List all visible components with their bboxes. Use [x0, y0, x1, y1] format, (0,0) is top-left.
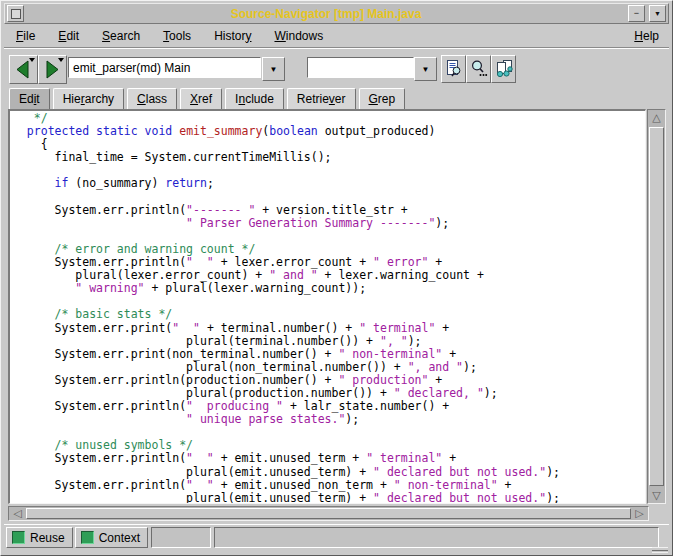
- title-bar[interactable]: Source-Navigator [tmp] Main.java − ▼: [4, 3, 669, 24]
- reuse-toggle-label: Reuse: [30, 531, 65, 545]
- scroll-right-icon[interactable]: ▷: [631, 506, 648, 521]
- vertical-scrollbar-thumb[interactable]: [649, 127, 664, 486]
- tab-hierarchy[interactable]: Hierarchy: [53, 88, 124, 109]
- back-dropdown-icon: [29, 58, 35, 62]
- project-files-icon: [494, 59, 514, 79]
- find-symbol-button[interactable]: [441, 55, 466, 83]
- context-toggle-button[interactable]: Context: [75, 527, 148, 548]
- code-editor[interactable]: */ protected static void emit_summary(bo…: [8, 109, 646, 504]
- code-line: " warning" + plural(lexer.warning_count)…: [13, 282, 645, 295]
- minimize-button[interactable]: −: [628, 5, 645, 22]
- vertical-scrollbar[interactable]: △ ▽: [647, 109, 666, 504]
- window-menu-button[interactable]: [7, 5, 24, 22]
- symbol-combo-input[interactable]: emit_parser(md) Main: [68, 57, 261, 78]
- code-line: if (no_summary) return;: [13, 177, 645, 190]
- menu-help[interactable]: Help: [634, 29, 669, 43]
- forward-dropdown-icon: [58, 58, 64, 62]
- toolbar: emit_parser(md) Main ▼ ▼: [4, 48, 669, 88]
- reuse-indicator-icon: [12, 531, 25, 544]
- chevron-down-icon: ▼: [270, 65, 278, 74]
- grep-button[interactable]: [466, 55, 491, 83]
- chevron-down-icon: ▼: [422, 65, 430, 74]
- scroll-left-icon[interactable]: ◁: [9, 506, 26, 521]
- horizontal-scrollbar[interactable]: ◁ ▷: [8, 506, 649, 521]
- context-toggle-label: Context: [99, 531, 140, 545]
- find-symbol-icon: [444, 59, 463, 79]
- code-line: final_time = System.currentTimeMillis();: [13, 151, 645, 164]
- search-combo-dropdown-button[interactable]: ▼: [414, 57, 437, 81]
- scroll-up-icon[interactable]: △: [648, 110, 665, 125]
- tab-include[interactable]: Include: [225, 88, 284, 109]
- view-tabs: EditHierarchyClassXrefIncludeRetrieverGr…: [4, 87, 669, 109]
- tab-grep[interactable]: Grep: [359, 88, 406, 109]
- reuse-toggle-button[interactable]: Reuse: [6, 527, 73, 548]
- scroll-down-icon[interactable]: ▽: [648, 488, 665, 503]
- shade-icon: ▼: [654, 9, 661, 18]
- menu-bar: FileEditSearchToolsHistoryWindows Help: [4, 24, 669, 48]
- search-combo-input[interactable]: [307, 57, 414, 78]
- project-files-button[interactable]: [491, 55, 516, 83]
- code-line: plural(emit.unused_term) + " declared bu…: [13, 492, 645, 504]
- code-line: " Parser Generation Summary -------");: [13, 217, 645, 230]
- menu-tools[interactable]: Tools: [163, 29, 191, 43]
- symbol-combo-value: emit_parser(md) Main: [73, 61, 190, 75]
- maximize-button[interactable]: ▼: [649, 5, 666, 22]
- source-navigator-window: Source-Navigator [tmp] Main.java − ▼ Fil…: [0, 0, 673, 556]
- forward-icon: [42, 59, 62, 79]
- menu-file[interactable]: File: [16, 29, 35, 43]
- code-line: " unique parse states.");: [13, 413, 645, 426]
- menu-history[interactable]: History: [214, 29, 251, 43]
- menu-edit[interactable]: Edit: [58, 29, 79, 43]
- context-indicator-icon: [81, 531, 94, 544]
- forward-button[interactable]: [38, 55, 67, 84]
- window-menu-icon: [11, 9, 21, 19]
- status-toggles: ReuseContext: [4, 527, 148, 548]
- code-line: protected static void emit_summary(boole…: [13, 125, 645, 138]
- menu-items: FileEditSearchToolsHistoryWindows: [4, 29, 323, 43]
- back-button[interactable]: [9, 55, 38, 84]
- back-icon: [13, 59, 33, 79]
- grep-icon: [469, 59, 488, 79]
- resize-grip[interactable]: [652, 547, 668, 553]
- tab-edit[interactable]: Edit: [9, 88, 50, 109]
- status-panel-1: [151, 527, 211, 548]
- tab-retriever[interactable]: Retriever: [287, 88, 356, 109]
- status-panel-2: [214, 527, 659, 548]
- window-title: Source-Navigator [tmp] Main.java: [26, 7, 626, 21]
- tab-class[interactable]: Class: [127, 88, 177, 109]
- minimize-icon: −: [634, 9, 639, 18]
- symbol-combo-dropdown-button[interactable]: ▼: [262, 57, 285, 81]
- tab-xref[interactable]: Xref: [180, 88, 222, 109]
- menu-windows[interactable]: Windows: [274, 29, 323, 43]
- status-bar: ReuseContext: [4, 524, 669, 550]
- horizontal-scrollbar-thumb[interactable]: [26, 508, 631, 519]
- menu-search[interactable]: Search: [102, 29, 140, 43]
